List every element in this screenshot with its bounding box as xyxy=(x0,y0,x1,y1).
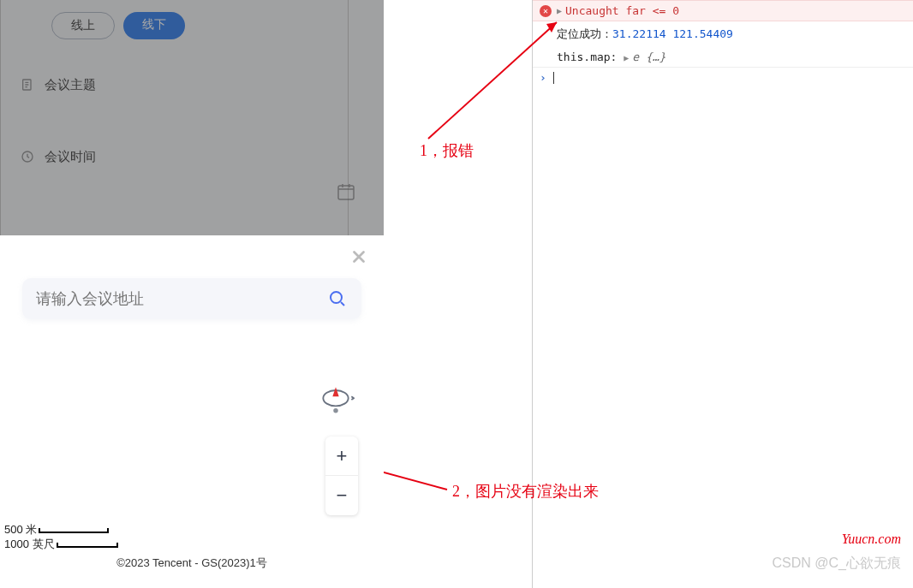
watermark-yuucn: Yuucn.com xyxy=(842,532,901,547)
map-label: this.map: xyxy=(557,50,617,63)
annotation-label-2: 2，图片没有渲染出来 xyxy=(452,481,599,502)
log-prefix: 定位成功： xyxy=(557,27,612,40)
prompt-caret-icon: › xyxy=(540,71,546,84)
text-cursor xyxy=(553,72,554,84)
zoom-control: + − xyxy=(325,437,358,515)
modal-backdrop[interactable] xyxy=(0,0,384,235)
map-scale: 500 米 1000 英尺 xyxy=(4,523,118,552)
console-object-line[interactable]: this.map: ▶e {…} xyxy=(533,47,913,67)
svg-point-3 xyxy=(331,292,342,303)
zoom-out-button[interactable]: − xyxy=(325,476,358,515)
map-value: e {…} xyxy=(632,50,665,63)
address-sheet: + − 500 米 1000 英尺 ©2023 Tencent - GS(202… xyxy=(0,235,384,588)
error-text: Uncaught far <= 0 xyxy=(565,4,679,17)
expand-icon[interactable]: ▶ xyxy=(624,53,629,62)
watermark-csdn: CSDN @C_心欲无痕 xyxy=(773,555,901,573)
close-icon[interactable] xyxy=(349,247,368,266)
scale-imperial: 1000 英尺 xyxy=(4,538,55,550)
scale-metric: 500 米 xyxy=(4,523,37,536)
svg-point-5 xyxy=(333,408,338,413)
expand-icon[interactable]: ▶ xyxy=(557,6,562,15)
map-canvas[interactable]: + − 500 米 1000 英尺 ©2023 Tencent - GS(202… xyxy=(0,338,384,588)
compass-icon[interactable] xyxy=(317,381,355,419)
console-log-line[interactable]: 定位成功：31.22114 121.54409 xyxy=(533,21,913,47)
log-coords: 31.22114 121.54409 xyxy=(612,27,733,40)
map-copyright: ©2023 Tencent - GS(2023)1号 xyxy=(0,555,384,571)
mobile-preview-panel: 线上 线下 会议主题 会议时间 + − xyxy=(0,0,384,588)
console-error-line[interactable]: ✕ ▶ Uncaught far <= 0 xyxy=(533,0,913,21)
console-prompt[interactable]: › xyxy=(533,67,913,87)
error-icon: ✕ xyxy=(540,5,552,17)
search-field[interactable] xyxy=(22,278,361,319)
search-input[interactable] xyxy=(36,290,327,308)
zoom-in-button[interactable]: + xyxy=(325,437,358,476)
search-icon[interactable] xyxy=(327,288,348,309)
annotation-label-1: 1，报错 xyxy=(420,140,474,161)
